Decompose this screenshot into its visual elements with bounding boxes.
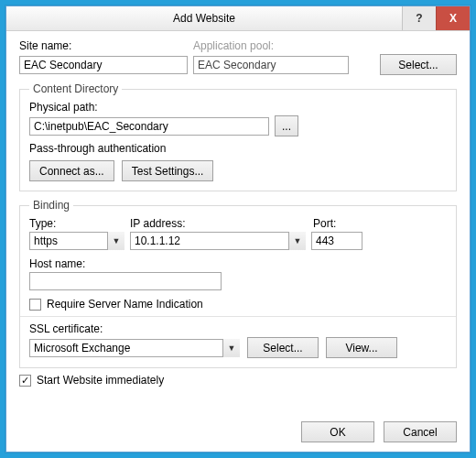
content-directory-group: Content Directory Physical path: ... Pas… bbox=[19, 82, 457, 191]
connect-as-button[interactable]: Connect as... bbox=[29, 160, 114, 181]
require-sni-label: Require Server Name Indication bbox=[47, 298, 203, 311]
physical-path-input[interactable] bbox=[29, 117, 269, 136]
ssl-select-button[interactable]: Select... bbox=[247, 337, 319, 358]
physical-path-label: Physical path: bbox=[29, 101, 447, 114]
app-pool-label: Application pool: bbox=[193, 39, 367, 52]
ip-address-value[interactable] bbox=[130, 232, 306, 250]
type-dropdown[interactable]: ▼ bbox=[29, 232, 124, 250]
app-pool-input bbox=[193, 56, 349, 74]
binding-legend: Binding bbox=[29, 199, 73, 212]
type-label: Type: bbox=[29, 217, 130, 230]
start-immediately-checkbox[interactable]: ✓ bbox=[19, 375, 31, 387]
help-icon: ? bbox=[416, 12, 422, 25]
content-directory-legend: Content Directory bbox=[29, 82, 122, 95]
titlebar: Add Website ? X bbox=[6, 6, 470, 31]
ip-address-dropdown[interactable]: ▼ bbox=[130, 232, 306, 250]
port-input[interactable] bbox=[311, 232, 362, 250]
type-value[interactable] bbox=[29, 232, 124, 250]
close-icon: X bbox=[449, 12, 457, 25]
ip-address-label: IP address: bbox=[130, 217, 313, 230]
require-sni-checkbox[interactable] bbox=[29, 299, 41, 311]
app-pool-select-button[interactable]: Select... bbox=[380, 54, 457, 75]
window-title: Add Website bbox=[6, 12, 402, 25]
help-button[interactable]: ? bbox=[402, 6, 436, 30]
check-icon: ✓ bbox=[21, 376, 29, 386]
binding-group: Binding Type: IP address: Port: ▼ ▼ Host… bbox=[19, 199, 457, 368]
ssl-view-button[interactable]: View... bbox=[326, 337, 397, 358]
ok-button[interactable]: OK bbox=[301, 421, 374, 442]
start-immediately-label: Start Website immediately bbox=[37, 374, 164, 387]
port-label: Port: bbox=[313, 217, 336, 230]
ssl-certificate-value[interactable] bbox=[29, 339, 240, 357]
host-name-input[interactable] bbox=[29, 272, 222, 290]
ssl-certificate-label: SSL certificate: bbox=[29, 322, 447, 335]
close-button[interactable]: X bbox=[436, 6, 470, 30]
test-settings-button[interactable]: Test Settings... bbox=[122, 160, 214, 181]
cancel-button[interactable]: Cancel bbox=[384, 421, 457, 442]
browse-path-button[interactable]: ... bbox=[275, 115, 298, 136]
add-website-dialog: Add Website ? X Site name: Application p… bbox=[5, 5, 471, 453]
pass-through-label: Pass-through authentication bbox=[29, 142, 447, 155]
site-name-input[interactable] bbox=[19, 56, 188, 74]
host-name-label: Host name: bbox=[29, 257, 447, 270]
ssl-certificate-dropdown[interactable]: ▼ bbox=[29, 339, 240, 357]
site-name-label: Site name: bbox=[19, 39, 193, 52]
